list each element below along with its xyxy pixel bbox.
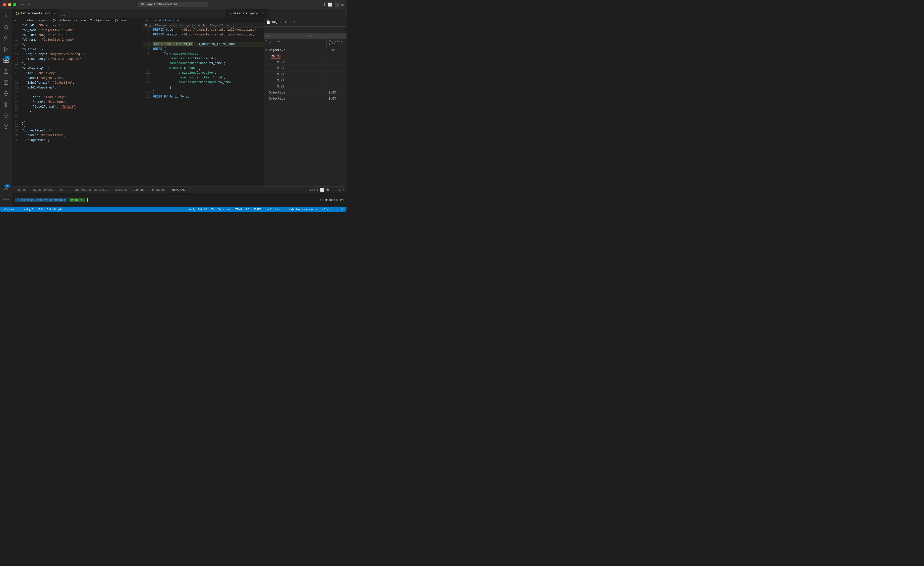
obj-group-1[interactable]: ▼ Objective 0.01	[264, 47, 346, 53]
tab-oml-props[interactable]: OML VISION PROPERTIES	[72, 187, 112, 193]
forward-button[interactable]: →	[27, 2, 32, 7]
status-ports[interactable]: ⦿ 0	[36, 208, 44, 211]
tabnine-text: ○ tabnine starter ➤	[285, 208, 317, 211]
activity-account[interactable]	[1, 184, 11, 194]
objectives-more[interactable]: ...	[337, 20, 344, 24]
obj-column-headers: Objective Objective 1 ID	[264, 39, 346, 47]
obj-sub-2c[interactable]: M.02	[264, 84, 346, 90]
activity-search[interactable]	[1, 22, 11, 32]
sidebar-icon[interactable]: ▐	[323, 3, 325, 6]
tab-gitlens[interactable]: GITLENS	[113, 187, 129, 193]
activity-git[interactable]	[1, 122, 11, 132]
expand-icon-2[interactable]: ›	[266, 91, 267, 94]
obj-sub-1c[interactable]: M.01	[264, 66, 346, 72]
terminal-chevron-up[interactable]: ∧	[339, 188, 341, 192]
tab-close-missions[interactable]: ×	[262, 12, 264, 16]
terminal-trash-icon[interactable]: 🗑	[326, 188, 329, 192]
filter-input-right[interactable]	[305, 34, 346, 39]
tab-more-left[interactable]: ···	[59, 13, 70, 18]
tab-terminal[interactable]: TERMINAL	[169, 187, 187, 193]
activity-extensions[interactable]	[1, 55, 11, 65]
search-icon: 🔍	[141, 3, 145, 6]
obj-sub-2a[interactable]: M.02	[264, 72, 346, 78]
activity-run[interactable]	[1, 44, 11, 54]
obj-id-3: 0.03	[326, 96, 346, 102]
minimize-button[interactable]	[8, 3, 11, 6]
terminal-path: ~/git/pogi7/kepler16b-example	[15, 198, 67, 202]
close-button[interactable]	[3, 3, 6, 6]
status-line-ending[interactable]: LF	[245, 208, 250, 211]
activity-play[interactable]	[1, 99, 11, 110]
bc-vision[interactable]: vision	[24, 19, 34, 22]
filter-input-left[interactable]	[264, 34, 305, 39]
expand-icon-3[interactable]: ›	[266, 97, 267, 100]
activity-source-control[interactable]	[1, 33, 11, 43]
bc-src-r[interactable]: src	[146, 19, 151, 22]
git-info: Maged Elaasar, 4 months ago | 1 author (…	[143, 23, 264, 28]
chevron-right-icon[interactable]: ›	[266, 28, 268, 32]
sparql-code[interactable]: 1 PREFIX base: <http://example.com/tutor…	[143, 28, 264, 187]
activity-explorer[interactable]	[1, 11, 11, 21]
bc-rowm[interactable]: {} rowM...	[115, 19, 131, 22]
terminal-more-icon[interactable]: ···	[331, 188, 337, 192]
traffic-lights	[3, 3, 16, 6]
sparql-line-15: 15 ORDER BY ?m_id ?o_id	[143, 95, 264, 99]
language-text: SPARQL	[254, 208, 263, 211]
activity-flask[interactable]	[1, 66, 11, 77]
svg-point-27	[6, 128, 6, 129]
tab-output[interactable]: OUTPUT	[14, 187, 29, 193]
obj-sub-2b[interactable]: M.02	[264, 78, 346, 84]
search-bar[interactable]: 🔍 kepler16b-example	[138, 2, 208, 7]
status-encoding[interactable]: UTF-8	[232, 208, 243, 211]
editor-layout-icon[interactable]: ⬜	[328, 3, 332, 7]
obj-group-2[interactable]: › Objective 0.03	[264, 90, 346, 96]
status-expand[interactable]: ⬡	[340, 208, 345, 211]
terminal-add-icon[interactable]: +	[316, 188, 319, 192]
sync-icon: ↺	[18, 208, 20, 211]
obj-sub-1a[interactable]: M.01	[264, 53, 346, 60]
activity-settings[interactable]	[1, 194, 11, 205]
svg-line-3	[7, 28, 8, 29]
tab-missions-sparql[interactable]: ✦ missions.sparql ×	[226, 9, 268, 18]
status-errors[interactable]: ⊘ 0 △ 0	[22, 208, 34, 211]
code-line-16: 16 },	[12, 62, 143, 66]
more-icon[interactable]: ▦	[342, 3, 344, 7]
bc-missions[interactable]: ✦ missions.sparql	[154, 19, 183, 22]
obj-sub-1b[interactable]: M.01	[264, 60, 346, 66]
fullscreen-button[interactable]	[13, 3, 16, 6]
status-sync[interactable]: ↺	[17, 208, 21, 211]
status-position[interactable]: Ln 1, Col 68	[186, 208, 208, 211]
expand-icon-1[interactable]: ▼	[266, 49, 267, 51]
status-go-live[interactable]: ⊙ Go Live	[266, 208, 282, 211]
bc-src[interactable]: src	[15, 19, 20, 22]
tab-ports[interactable]: PORTS	[57, 187, 71, 193]
objectives-close[interactable]: ×	[293, 20, 295, 24]
status-branch[interactable]: ⎇ main	[2, 208, 15, 211]
svg-point-32	[5, 199, 7, 200]
back-button[interactable]: ←	[20, 2, 25, 7]
activity-globe[interactable]	[1, 89, 11, 98]
status-tabnine[interactable]: ○ tabnine starter ➤	[285, 208, 318, 211]
bc-table-layouts[interactable]: {} tableLayouts.json	[52, 19, 86, 22]
terminal-split-icon[interactable]: ⬜	[320, 188, 324, 192]
bc-layouts[interactable]: layouts	[38, 19, 49, 22]
panel-icon[interactable]: ⬛	[335, 3, 339, 7]
sparql-line-9: 9 mission:pursues [	[143, 66, 264, 71]
status-right: Ln 1, Col 68 Tab Size: 4 UTF-8 LF SPARQL…	[186, 208, 345, 211]
status-language[interactable]: SPARQL	[252, 208, 264, 211]
tab-problems[interactable]: PROBLEMS	[150, 187, 168, 193]
tab-comments[interactable]: COMMENTS	[130, 187, 148, 193]
terminal-close-icon[interactable]: ×	[342, 188, 345, 192]
status-git-graph[interactable]: Git Graph	[46, 208, 63, 211]
status-tab-size[interactable]: Tab Size: 4	[210, 208, 231, 211]
svg-point-23	[6, 117, 6, 118]
activity-remote[interactable]	[1, 111, 11, 120]
tab-close-table-layouts[interactable]: ×	[54, 12, 56, 16]
tab-table-layouts[interactable]: {} tableLayouts.json ×	[12, 9, 59, 18]
status-prettier[interactable]: ⊘ Prettier	[320, 208, 338, 211]
tab-debug-console[interactable]: DEBUG CONSOLE	[30, 187, 57, 193]
left-code[interactable]: 8 "o1_id": "Objective 1 ID", 9 "o1_name"…	[12, 23, 143, 187]
bc-objectives[interactable]: {} objectives	[89, 19, 111, 22]
activity-table[interactable]	[1, 77, 11, 87]
obj-group-3[interactable]: › Objective 0.03	[264, 96, 346, 102]
